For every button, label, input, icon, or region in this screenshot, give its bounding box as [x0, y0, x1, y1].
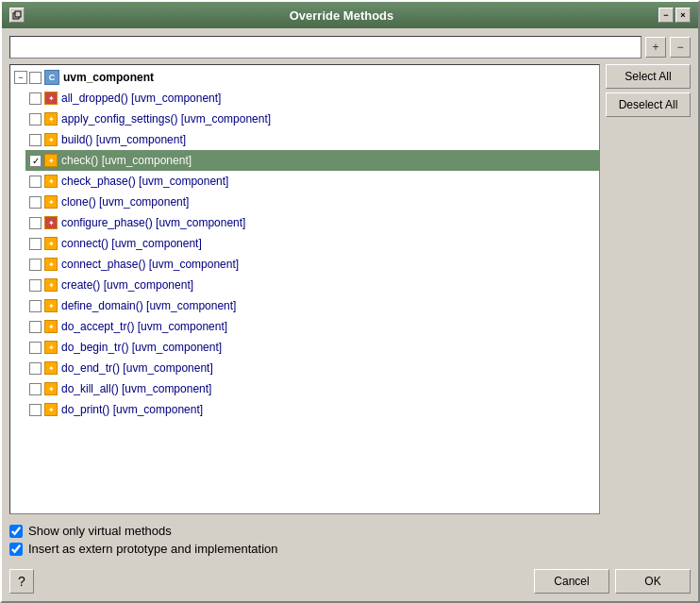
item-checkbox[interactable] — [29, 342, 42, 354]
class-icon: C — [44, 70, 59, 85]
list-item[interactable]: connect() [uvm_component] — [25, 233, 599, 254]
item-checkbox[interactable] — [29, 196, 42, 209]
method-label: create() [uvm_component] — [61, 278, 193, 292]
insert-extern-label: Insert as extern prototype and implement… — [28, 542, 277, 556]
dialog-body: + − − C uvm_component — [2, 28, 698, 601]
method-icon — [44, 154, 58, 167]
list-item[interactable]: do_begin_tr() [uvm_component] — [25, 337, 599, 358]
item-checkbox[interactable] — [29, 362, 42, 375]
method-icon — [44, 216, 58, 229]
root-class-name: uvm_component — [63, 71, 154, 84]
list-item[interactable]: build() [uvm_component] — [25, 129, 599, 150]
list-item[interactable]: all_dropped() [uvm_component] — [25, 88, 599, 109]
item-checkbox[interactable] — [29, 155, 42, 167]
title-bar-left-buttons — [9, 8, 25, 23]
list-item[interactable]: define_domain() [uvm_component] — [25, 295, 599, 316]
override-methods-dialog: Override Methods − × + − − C — [0, 0, 700, 603]
list-item[interactable]: configure_phase() [uvm_component] — [25, 212, 599, 233]
item-checkbox[interactable] — [29, 404, 42, 416]
method-label: connect_phase() [uvm_component] — [61, 258, 239, 271]
expand-all-button[interactable]: + — [645, 37, 666, 58]
search-row: + − — [9, 36, 691, 59]
restore-button[interactable] — [9, 8, 25, 23]
options-area: Show only virtual methods Insert as exte… — [9, 520, 691, 560]
list-item[interactable]: do_end_tr() [uvm_component] — [25, 358, 599, 378]
list-item[interactable]: check_phase() [uvm_component] — [25, 171, 599, 192]
list-item[interactable]: apply_config_settings() [uvm_component] — [25, 109, 599, 129]
method-label: do_kill_all() [uvm_component] — [61, 382, 211, 395]
item-checkbox[interactable] — [29, 176, 42, 188]
methods-list[interactable]: − C uvm_component all_dropped() [uvm_com… — [9, 64, 600, 514]
insert-extern-row: Insert as extern prototype and implement… — [9, 542, 691, 556]
method-icon — [44, 278, 58, 292]
root-checkbox[interactable] — [29, 72, 42, 84]
method-label: apply_config_settings() [uvm_component] — [61, 112, 271, 126]
list-item[interactable]: do_kill_all() [uvm_component] — [25, 378, 599, 399]
list-item[interactable]: clone() [uvm_component] — [25, 192, 599, 212]
method-icon — [44, 382, 58, 395]
title-bar-right-buttons: − × — [658, 8, 691, 23]
list-item[interactable]: do_print() [uvm_component] — [25, 399, 599, 420]
method-label: configure_phase() [uvm_component] — [61, 216, 245, 229]
item-checkbox[interactable] — [29, 383, 42, 395]
method-icon — [44, 299, 58, 312]
item-checkbox[interactable] — [29, 113, 42, 126]
list-item[interactable]: check() [uvm_component] — [25, 150, 599, 171]
collapse-all-button[interactable]: − — [670, 37, 691, 58]
side-buttons: Select All Deselect All — [606, 64, 691, 514]
method-label: connect() [uvm_component] — [61, 237, 202, 250]
close-button[interactable]: × — [675, 8, 691, 23]
method-label: clone() [uvm_component] — [61, 195, 189, 209]
method-label: do_end_tr() [uvm_component] — [61, 361, 213, 375]
svg-rect-1 — [15, 11, 21, 17]
method-icon — [44, 175, 58, 188]
method-icon — [44, 341, 58, 354]
item-checkbox[interactable] — [29, 217, 42, 229]
search-input[interactable] — [9, 36, 642, 59]
item-checkbox[interactable] — [29, 92, 42, 105]
method-icon — [44, 133, 58, 146]
item-checkbox[interactable] — [29, 259, 42, 271]
method-icon — [44, 237, 58, 250]
main-area: − C uvm_component all_dropped() [uvm_com… — [9, 64, 691, 514]
item-checkbox[interactable] — [29, 300, 42, 312]
deselect-all-button[interactable]: Deselect All — [606, 92, 691, 117]
minimize-button[interactable]: − — [658, 8, 674, 23]
method-icon — [44, 258, 58, 271]
item-checkbox[interactable] — [29, 134, 42, 146]
item-checkbox[interactable] — [29, 279, 42, 292]
list-item[interactable]: create() [uvm_component] — [25, 275, 599, 295]
method-label: all_dropped() [uvm_component] — [61, 92, 221, 105]
title-bar: Override Methods − × — [2, 2, 698, 28]
expand-button[interactable]: − — [14, 71, 27, 84]
method-label: do_begin_tr() [uvm_component] — [61, 341, 222, 354]
tree-root: − C uvm_component all_dropped() [uvm_com… — [10, 65, 599, 422]
item-checkbox[interactable] — [29, 321, 42, 333]
show-virtual-checkbox[interactable] — [9, 525, 23, 538]
method-label: check_phase() [uvm_component] — [61, 175, 228, 188]
method-label: define_domain() [uvm_component] — [61, 299, 236, 312]
insert-extern-checkbox[interactable] — [9, 543, 23, 556]
method-icon — [44, 361, 58, 375]
bottom-buttons: ? Cancel OK — [9, 565, 691, 594]
method-label: build() [uvm_component] — [61, 133, 186, 146]
methods-container: all_dropped() [uvm_component] apply_conf… — [25, 88, 599, 420]
show-virtual-row: Show only virtual methods — [9, 524, 691, 538]
list-item[interactable]: do_accept_tr() [uvm_component] — [25, 316, 599, 337]
method-icon — [44, 403, 58, 416]
method-icon — [44, 320, 58, 333]
method-label: check() [uvm_component] — [61, 154, 192, 167]
show-virtual-label: Show only virtual methods — [28, 524, 172, 538]
select-all-button[interactable]: Select All — [606, 64, 691, 89]
cancel-button[interactable]: Cancel — [534, 569, 609, 594]
list-item[interactable]: connect_phase() [uvm_component] — [25, 254, 599, 275]
help-button[interactable]: ? — [9, 569, 34, 594]
method-icon — [44, 195, 58, 209]
method-label: do_print() [uvm_component] — [61, 403, 203, 416]
method-icon — [44, 112, 58, 126]
ok-button[interactable]: OK — [615, 569, 691, 594]
root-node[interactable]: − C uvm_component — [10, 67, 599, 88]
method-icon — [44, 92, 58, 105]
dialog-title: Override Methods — [25, 8, 658, 23]
item-checkbox[interactable] — [29, 238, 42, 250]
